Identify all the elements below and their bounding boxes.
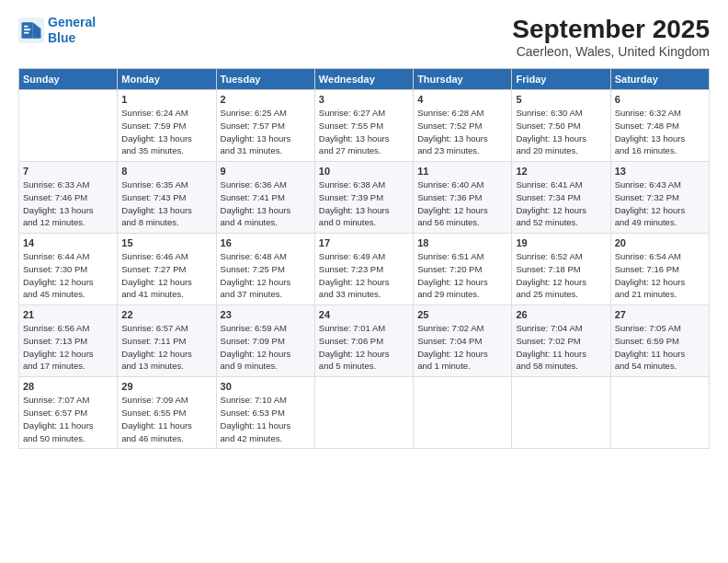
day-cell: 17Sunrise: 6:49 AM Sunset: 7:23 PM Dayli…	[314, 234, 413, 305]
day-number: 21	[23, 309, 113, 320]
day-number: 18	[417, 237, 507, 248]
day-detail: Sunrise: 6:24 AM Sunset: 7:59 PM Dayligh…	[121, 107, 211, 157]
col-wednesday: Wednesday	[314, 69, 413, 90]
day-detail: Sunrise: 6:52 AM Sunset: 7:18 PM Dayligh…	[516, 250, 606, 301]
day-number: 11	[417, 166, 507, 177]
day-cell: 16Sunrise: 6:48 AM Sunset: 7:25 PM Dayli…	[216, 234, 314, 305]
day-cell: 5Sunrise: 6:30 AM Sunset: 7:50 PM Daylig…	[512, 90, 610, 162]
day-cell: 24Sunrise: 7:01 AM Sunset: 7:06 PM Dayli…	[314, 305, 413, 377]
day-number: 29	[121, 381, 211, 392]
day-number: 7	[23, 166, 113, 177]
svg-rect-4	[24, 29, 30, 30]
day-detail: Sunrise: 6:35 AM Sunset: 7:43 PM Dayligh…	[121, 178, 211, 229]
calendar-table: Sunday Monday Tuesday Wednesday Thursday…	[18, 68, 710, 449]
day-cell: 4Sunrise: 6:28 AM Sunset: 7:52 PM Daylig…	[414, 90, 512, 162]
day-detail: Sunrise: 6:27 AM Sunset: 7:55 PM Dayligh…	[319, 107, 409, 157]
col-saturday: Saturday	[610, 69, 709, 90]
day-cell	[314, 377, 413, 449]
day-detail: Sunrise: 6:40 AM Sunset: 7:36 PM Dayligh…	[417, 178, 507, 229]
day-detail: Sunrise: 6:54 AM Sunset: 7:16 PM Dayligh…	[615, 250, 705, 301]
subtitle: Caerleon, Wales, United Kingdom	[512, 44, 710, 59]
day-cell: 12Sunrise: 6:41 AM Sunset: 7:34 PM Dayli…	[512, 162, 610, 234]
day-cell	[512, 377, 610, 449]
day-cell: 6Sunrise: 6:32 AM Sunset: 7:48 PM Daylig…	[610, 90, 709, 162]
day-number: 26	[516, 309, 606, 320]
day-cell: 13Sunrise: 6:43 AM Sunset: 7:32 PM Dayli…	[610, 162, 709, 234]
day-cell: 27Sunrise: 7:05 AM Sunset: 6:59 PM Dayli…	[610, 305, 709, 377]
day-number: 24	[319, 309, 409, 320]
day-cell: 29Sunrise: 7:09 AM Sunset: 6:55 PM Dayli…	[118, 377, 216, 449]
day-detail: Sunrise: 6:25 AM Sunset: 7:57 PM Dayligh…	[221, 107, 311, 157]
day-cell: 22Sunrise: 6:57 AM Sunset: 7:11 PM Dayli…	[118, 305, 216, 377]
day-number: 2	[221, 94, 311, 105]
day-detail: Sunrise: 6:56 AM Sunset: 7:13 PM Dayligh…	[23, 322, 113, 373]
col-monday: Monday	[118, 69, 216, 90]
day-detail: Sunrise: 6:28 AM Sunset: 7:52 PM Dayligh…	[417, 107, 507, 157]
logo-icon	[18, 17, 44, 43]
day-detail: Sunrise: 6:51 AM Sunset: 7:20 PM Dayligh…	[417, 250, 507, 301]
calendar-body: 1Sunrise: 6:24 AM Sunset: 7:59 PM Daylig…	[19, 90, 710, 449]
day-cell	[610, 377, 709, 449]
day-number: 30	[221, 381, 311, 392]
day-cell: 1Sunrise: 6:24 AM Sunset: 7:59 PM Daylig…	[118, 90, 216, 162]
day-detail: Sunrise: 7:04 AM Sunset: 7:02 PM Dayligh…	[516, 322, 606, 373]
week-row-1: 1Sunrise: 6:24 AM Sunset: 7:59 PM Daylig…	[19, 90, 710, 162]
main-title: September 2025	[512, 15, 710, 44]
logo-line1: General	[48, 15, 96, 29]
day-cell	[414, 377, 512, 449]
week-row-3: 14Sunrise: 6:44 AM Sunset: 7:30 PM Dayli…	[19, 234, 710, 305]
day-detail: Sunrise: 7:10 AM Sunset: 6:53 PM Dayligh…	[221, 394, 311, 444]
day-detail: Sunrise: 6:43 AM Sunset: 7:32 PM Dayligh…	[615, 178, 705, 229]
day-cell: 25Sunrise: 7:02 AM Sunset: 7:04 PM Dayli…	[414, 305, 512, 377]
day-cell: 2Sunrise: 6:25 AM Sunset: 7:57 PM Daylig…	[216, 90, 314, 162]
day-number: 25	[417, 309, 507, 320]
day-detail: Sunrise: 6:38 AM Sunset: 7:39 PM Dayligh…	[319, 178, 409, 229]
day-cell: 8Sunrise: 6:35 AM Sunset: 7:43 PM Daylig…	[118, 162, 216, 234]
calendar-header: Sunday Monday Tuesday Wednesday Thursday…	[19, 69, 710, 90]
title-block: September 2025 Caerleon, Wales, United K…	[512, 15, 710, 59]
day-detail: Sunrise: 6:44 AM Sunset: 7:30 PM Dayligh…	[23, 250, 113, 301]
day-detail: Sunrise: 6:48 AM Sunset: 7:25 PM Dayligh…	[221, 250, 311, 301]
day-number: 14	[23, 237, 113, 248]
svg-rect-3	[24, 26, 28, 28]
week-row-2: 7Sunrise: 6:33 AM Sunset: 7:46 PM Daylig…	[19, 162, 710, 234]
week-row-4: 21Sunrise: 6:56 AM Sunset: 7:13 PM Dayli…	[19, 305, 710, 377]
day-number: 8	[121, 166, 211, 177]
day-number: 28	[23, 381, 113, 392]
day-cell: 26Sunrise: 7:04 AM Sunset: 7:02 PM Dayli…	[512, 305, 610, 377]
day-number: 13	[615, 166, 705, 177]
day-detail: Sunrise: 7:07 AM Sunset: 6:57 PM Dayligh…	[23, 394, 113, 444]
day-cell: 20Sunrise: 6:54 AM Sunset: 7:16 PM Dayli…	[610, 234, 709, 305]
day-detail: Sunrise: 6:41 AM Sunset: 7:34 PM Dayligh…	[516, 178, 606, 229]
logo: General Blue	[18, 15, 96, 46]
day-number: 15	[121, 237, 211, 248]
page: General Blue September 2025 Caerleon, Wa…	[0, 0, 728, 563]
day-cell: 15Sunrise: 6:46 AM Sunset: 7:27 PM Dayli…	[118, 234, 216, 305]
day-number: 23	[221, 309, 311, 320]
day-detail: Sunrise: 6:30 AM Sunset: 7:50 PM Dayligh…	[516, 107, 606, 157]
day-detail: Sunrise: 6:46 AM Sunset: 7:27 PM Dayligh…	[121, 250, 211, 301]
header: General Blue September 2025 Caerleon, Wa…	[18, 15, 710, 59]
day-number: 20	[615, 237, 705, 248]
day-detail: Sunrise: 7:01 AM Sunset: 7:06 PM Dayligh…	[319, 322, 409, 373]
col-friday: Friday	[512, 69, 610, 90]
logo-text: General Blue	[48, 15, 96, 46]
day-number: 16	[221, 237, 311, 248]
header-row: Sunday Monday Tuesday Wednesday Thursday…	[19, 69, 710, 90]
day-detail: Sunrise: 6:57 AM Sunset: 7:11 PM Dayligh…	[121, 322, 211, 373]
col-sunday: Sunday	[19, 69, 118, 90]
day-cell: 3Sunrise: 6:27 AM Sunset: 7:55 PM Daylig…	[314, 90, 413, 162]
day-number: 10	[319, 166, 409, 177]
day-cell: 30Sunrise: 7:10 AM Sunset: 6:53 PM Dayli…	[216, 377, 314, 449]
day-detail: Sunrise: 6:33 AM Sunset: 7:46 PM Dayligh…	[23, 178, 113, 229]
day-number: 3	[319, 94, 409, 105]
day-detail: Sunrise: 7:09 AM Sunset: 6:55 PM Dayligh…	[121, 394, 211, 444]
day-number: 12	[516, 166, 606, 177]
day-number: 17	[319, 237, 409, 248]
day-cell: 18Sunrise: 6:51 AM Sunset: 7:20 PM Dayli…	[414, 234, 512, 305]
day-cell: 9Sunrise: 6:36 AM Sunset: 7:41 PM Daylig…	[216, 162, 314, 234]
day-number: 22	[121, 309, 211, 320]
day-cell: 28Sunrise: 7:07 AM Sunset: 6:57 PM Dayli…	[19, 377, 118, 449]
day-number: 5	[516, 94, 606, 105]
day-cell: 19Sunrise: 6:52 AM Sunset: 7:18 PM Dayli…	[512, 234, 610, 305]
